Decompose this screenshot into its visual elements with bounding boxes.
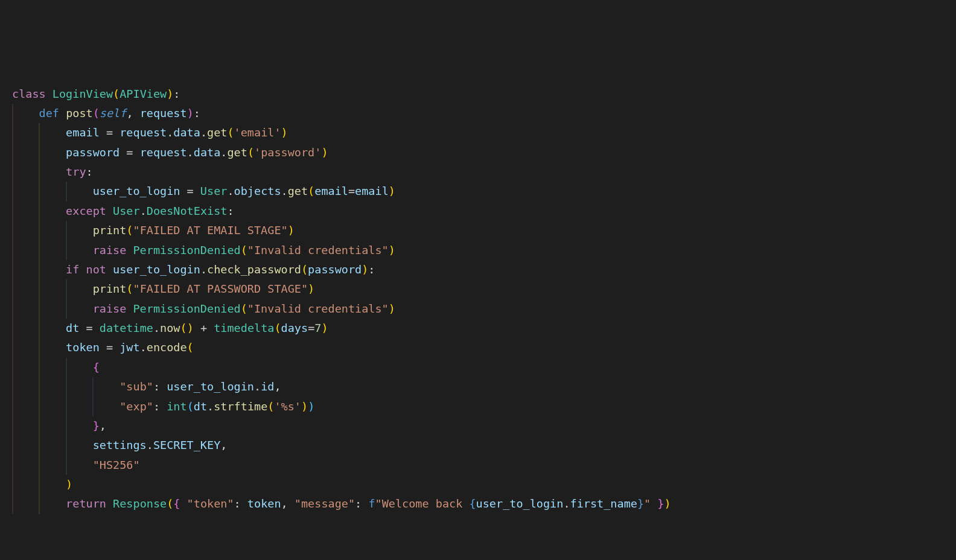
code-line[interactable]: "sub": user_to_login.id,: [12, 377, 956, 396]
code-line[interactable]: def post(self, request):: [12, 104, 956, 123]
code-token: "FAILED AT EMAIL STAGE": [133, 224, 288, 237]
code-line[interactable]: print("FAILED AT EMAIL STAGE"): [12, 221, 956, 240]
code-line[interactable]: if not user_to_login.check_password(pass…: [12, 260, 956, 279]
code-token: Response: [113, 497, 167, 510]
code-token: "token": [187, 497, 234, 510]
code-token: dt: [194, 400, 207, 413]
code-token: ): [288, 224, 295, 237]
code-line[interactable]: settings.SECRET_KEY,: [12, 436, 956, 455]
code-token: PermissionDenied: [133, 244, 240, 256]
code-token: (: [167, 497, 173, 510]
indent-guide: [92, 397, 98, 416]
code-token: "exp": [119, 400, 153, 413]
code-token: :: [153, 380, 167, 393]
code-token: get: [227, 146, 247, 159]
code-token: ): [389, 302, 395, 315]
indent-guide: [66, 397, 72, 416]
code-token: .: [153, 322, 160, 334]
code-line[interactable]: try:: [12, 162, 956, 182]
indent-guide: [39, 221, 45, 240]
code-token: }: [651, 497, 664, 510]
code-token: user_to_login: [476, 497, 564, 510]
code-token: self: [100, 107, 127, 119]
code-line[interactable]: return Response({ "token": token, "messa…: [12, 494, 956, 514]
code-line[interactable]: "exp": int(dt.strftime('%s')): [12, 397, 956, 416]
code-token: =: [86, 322, 93, 334]
code-line[interactable]: ): [12, 475, 956, 494]
code-token: def: [39, 107, 66, 119]
code-line[interactable]: class LoginView(APIView):: [12, 84, 956, 104]
code-line[interactable]: print("FAILED AT PASSWORD STAGE"): [12, 279, 956, 299]
indent-guide: [39, 494, 45, 514]
code-line[interactable]: raise PermissionDenied("Invalid credenti…: [12, 241, 956, 260]
code-token: .: [187, 146, 194, 159]
code-token: :: [227, 205, 234, 217]
code-token: "HS256": [93, 459, 140, 471]
code-token: =: [348, 185, 355, 197]
code-token: (: [126, 282, 133, 295]
indent-guide: [39, 202, 45, 221]
code-token: {: [173, 497, 186, 510]
code-token: request: [140, 107, 187, 119]
code-token: =: [308, 322, 314, 334]
code-token: [207, 322, 214, 334]
code-token: (: [180, 322, 186, 334]
indent-guide: [39, 299, 45, 319]
code-token: "sub": [119, 380, 153, 393]
indent-guide: [66, 241, 72, 260]
indent-guide: [12, 319, 18, 338]
code-token: ): [321, 322, 328, 334]
code-line[interactable]: {: [12, 358, 956, 377]
code-line[interactable]: "HS256": [12, 456, 956, 475]
code-token: =: [106, 126, 113, 139]
indent-guide: [12, 104, 18, 123]
code-token: print: [93, 282, 127, 295]
code-token: .: [140, 205, 147, 217]
code-token: :: [173, 88, 180, 100]
code-token: PermissionDenied: [133, 302, 240, 315]
code-token: email: [314, 185, 348, 197]
indent-guide: [12, 279, 18, 299]
code-line[interactable]: raise PermissionDenied("Invalid credenti…: [12, 299, 956, 319]
code-line[interactable]: token = jwt.encode(: [12, 338, 956, 357]
code-token: .: [140, 341, 147, 354]
code-token: (: [227, 126, 234, 139]
code-token: days: [281, 322, 308, 334]
code-line[interactable]: password = request.data.get('password'): [12, 143, 956, 162]
indent-guide: [39, 123, 45, 142]
indent-whitespace: [12, 185, 93, 197]
code-token: (: [126, 224, 133, 237]
indent-guide: [39, 475, 45, 494]
code-token: ): [362, 263, 368, 276]
code-token: ): [167, 88, 173, 100]
code-token: ): [664, 497, 671, 510]
code-editor[interactable]: class LoginView(APIView): def post(self,…: [0, 84, 956, 514]
indent-guide: [12, 416, 18, 436]
code-token: }: [637, 497, 644, 510]
code-token: {: [469, 497, 476, 510]
code-token: =: [187, 185, 194, 197]
code-token: DoesNotExist: [147, 205, 228, 217]
code-line[interactable]: user_to_login = User.objects.get(email=e…: [12, 182, 956, 201]
code-token: not: [86, 263, 113, 276]
code-line[interactable]: },: [12, 416, 956, 436]
code-token: (: [274, 322, 281, 334]
indent-guide: [66, 299, 72, 319]
indent-guide: [66, 182, 72, 201]
code-token: =: [106, 341, 113, 354]
code-token: strftime: [214, 400, 267, 413]
code-token: "Welcome back: [375, 497, 470, 510]
code-token: timedelta: [214, 322, 274, 334]
code-line[interactable]: dt = datetime.now() + timedelta(days=7): [12, 319, 956, 338]
indent-guide: [66, 377, 72, 396]
code-token: .: [563, 497, 570, 510]
code-token: 7: [314, 322, 321, 334]
code-token: request: [133, 146, 187, 159]
code-line[interactable]: email = request.data.get('email'): [12, 123, 956, 142]
code-token: (: [241, 244, 247, 256]
code-token: .: [254, 380, 261, 393]
indent-guide: [39, 319, 45, 338]
code-token: :: [355, 497, 368, 510]
code-line[interactable]: except User.DoesNotExist:: [12, 202, 956, 221]
code-token: :: [368, 263, 375, 276]
